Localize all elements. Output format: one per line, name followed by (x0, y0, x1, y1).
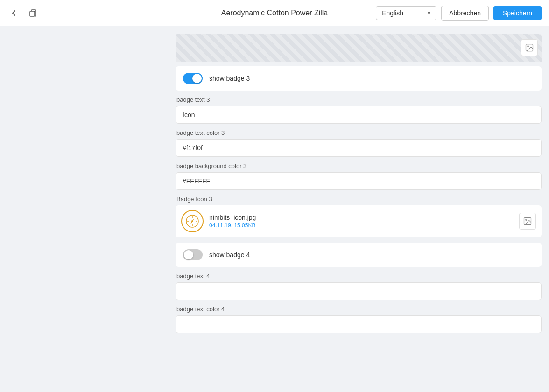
language-label: English (382, 9, 403, 17)
show-badge4-toggle-row: show badge 4 (176, 243, 542, 267)
badge-text4-group: badge text 4 (176, 273, 542, 300)
show-badge3-toggle[interactable] (183, 73, 203, 84)
show-badge3-toggle-row: show badge 3 (176, 66, 542, 91)
badge-text-color4-group: badge text color 4 (176, 306, 542, 333)
show-badge4-label: show badge 4 (209, 251, 250, 259)
badge-text3-input[interactable] (176, 106, 542, 124)
toggle-knob-4 (184, 250, 193, 259)
navbar-right: English ▾ Abbrechen Speichern (376, 6, 542, 21)
badge-bg-color3-group: badge background color 3 (176, 162, 542, 190)
badge-icon3-preview (181, 210, 204, 232)
show-badge3-label: show badge 3 (209, 75, 250, 82)
svg-rect-0 (30, 11, 35, 16)
badge-text-color3-input[interactable] (176, 139, 542, 157)
sidebar (0, 26, 168, 392)
image-placeholder (176, 34, 542, 62)
navbar-left (7, 7, 39, 20)
badge-icon3-group: Badge Icon 3 nimbits_icon.jpg 04.11.19, … (176, 196, 542, 237)
page-title: Aerodynamic Cotton Power Zilla (221, 9, 328, 17)
back-button[interactable] (7, 7, 21, 20)
badge-icon3-file-info: nimbits_icon.jpg 04.11.19, 15.05KB (209, 214, 519, 229)
badge-icon3-row: nimbits_icon.jpg 04.11.19, 15.05KB (176, 205, 542, 237)
language-selector[interactable]: English ▾ (376, 6, 436, 20)
badge-text3-label: badge text 3 (176, 96, 542, 103)
badge-bg-color3-input[interactable] (176, 172, 542, 190)
navbar: Aerodynamic Cotton Power Zilla English ▾… (0, 0, 549, 26)
badge-text-color4-input[interactable] (176, 315, 542, 333)
badge-icon3-filesize: 04.11.19, 15.05KB (209, 222, 519, 229)
svg-point-12 (526, 219, 527, 221)
duplicate-button[interactable] (26, 7, 39, 20)
show-badge4-toggle[interactable] (183, 249, 203, 260)
toggle-knob (192, 74, 202, 83)
svg-line-9 (192, 219, 194, 221)
badge-text4-input[interactable] (176, 282, 542, 300)
badge-text-color3-group: badge text color 3 (176, 129, 542, 157)
badge-icon3-label: Badge Icon 3 (176, 196, 542, 203)
save-button[interactable]: Speichern (493, 6, 542, 20)
badge-bg-color3-label: badge background color 3 (176, 162, 542, 169)
badge-icon3-upload-button[interactable] (519, 213, 536, 230)
cancel-button[interactable]: Abbrechen (441, 6, 489, 21)
badge-text3-group: badge text 3 (176, 96, 542, 124)
badge-icon3-filename: nimbits_icon.jpg (209, 214, 519, 221)
svg-point-2 (528, 46, 529, 47)
chevron-down-icon: ▾ (428, 10, 430, 16)
badge-text-color3-label: badge text color 3 (176, 129, 542, 136)
badge-text4-label: badge text 4 (176, 273, 542, 280)
main-content: show badge 3 badge text 3 badge text col… (168, 26, 549, 392)
image-upload-button[interactable] (521, 39, 538, 56)
badge-text-color4-label: badge text color 4 (176, 306, 542, 313)
